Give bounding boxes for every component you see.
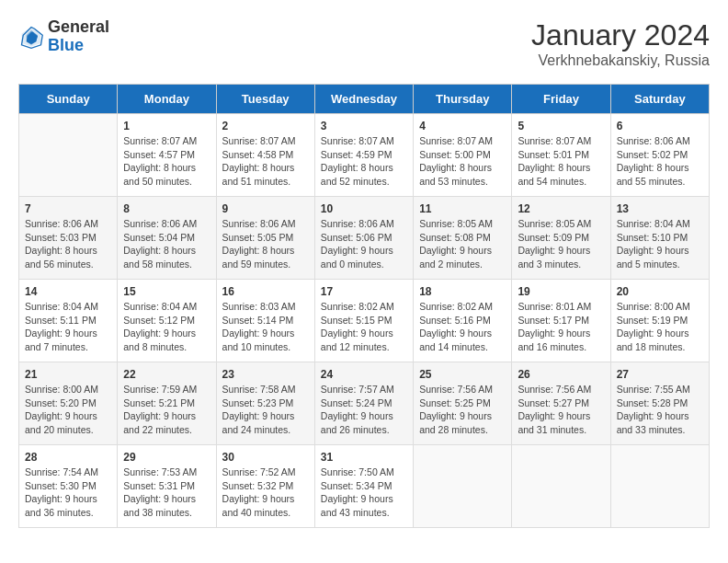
day-number: 8: [123, 202, 210, 215]
day-number: 6: [617, 120, 703, 132]
calendar-cell: 31Sunrise: 7:50 AMSunset: 5:34 PMDayligh…: [314, 445, 413, 528]
day-info: Sunrise: 8:00 AMSunset: 5:20 PMDaylight:…: [25, 383, 111, 437]
calendar-cell: 12Sunrise: 8:05 AMSunset: 5:09 PMDayligh…: [512, 197, 610, 280]
calendar-cell: 30Sunrise: 7:52 AMSunset: 5:32 PMDayligh…: [216, 445, 314, 528]
title-area: January 2024 Verkhnebakanskiy, Russia: [531, 18, 710, 69]
day-info: Sunrise: 8:02 AMSunset: 5:15 PMDaylight:…: [321, 300, 407, 354]
day-number: 11: [419, 202, 506, 215]
day-number: 7: [25, 202, 111, 215]
day-number: 10: [321, 202, 407, 215]
day-number: 12: [518, 202, 604, 215]
calendar-week-row: 28Sunrise: 7:54 AMSunset: 5:30 PMDayligh…: [19, 445, 710, 528]
day-header-monday: Monday: [118, 85, 216, 114]
calendar-cell: 20Sunrise: 8:00 AMSunset: 5:19 PMDayligh…: [610, 280, 709, 362]
day-number: 28: [25, 451, 111, 464]
calendar-cell: 18Sunrise: 8:02 AMSunset: 5:16 PMDayligh…: [414, 280, 512, 362]
day-number: 13: [617, 202, 703, 215]
day-number: 14: [25, 285, 111, 298]
logo-general-text: General: [48, 17, 109, 36]
calendar-cell: 19Sunrise: 8:01 AMSunset: 5:17 PMDayligh…: [512, 280, 610, 362]
day-info: Sunrise: 8:06 AMSunset: 5:05 PMDaylight:…: [222, 217, 309, 271]
day-info: Sunrise: 7:58 AMSunset: 5:23 PMDaylight:…: [222, 383, 309, 437]
day-number: 21: [25, 368, 111, 381]
calendar-cell: 4Sunrise: 8:07 AMSunset: 5:00 PMDaylight…: [414, 114, 512, 197]
day-info: Sunrise: 8:00 AMSunset: 5:19 PMDaylight:…: [617, 300, 703, 354]
calendar-cell: 13Sunrise: 8:04 AMSunset: 5:10 PMDayligh…: [610, 197, 709, 280]
calendar-week-row: 14Sunrise: 8:04 AMSunset: 5:11 PMDayligh…: [19, 280, 710, 362]
day-info: Sunrise: 8:06 AMSunset: 5:04 PMDaylight:…: [123, 217, 210, 271]
calendar-cell: [610, 445, 709, 528]
calendar-cell: 3Sunrise: 8:07 AMSunset: 4:59 PMDaylight…: [314, 114, 413, 197]
day-number: 19: [518, 285, 604, 298]
day-info: Sunrise: 8:07 AMSunset: 5:00 PMDaylight:…: [419, 134, 506, 189]
calendar-cell: 16Sunrise: 8:03 AMSunset: 5:14 PMDayligh…: [216, 280, 314, 362]
calendar-week-row: 1Sunrise: 8:07 AMSunset: 4:57 PMDaylight…: [19, 114, 710, 197]
day-number: 29: [123, 451, 210, 464]
logo-icon: [18, 24, 44, 50]
calendar-cell: 14Sunrise: 8:04 AMSunset: 5:11 PMDayligh…: [19, 280, 118, 362]
calendar-table: SundayMondayTuesdayWednesdayThursdayFrid…: [18, 84, 710, 528]
day-info: Sunrise: 8:07 AMSunset: 4:58 PMDaylight:…: [222, 134, 309, 189]
day-info: Sunrise: 8:06 AMSunset: 5:02 PMDaylight:…: [617, 134, 703, 189]
day-header-saturday: Saturday: [610, 85, 709, 114]
calendar-week-row: 7Sunrise: 8:06 AMSunset: 5:03 PMDaylight…: [19, 197, 710, 280]
calendar-cell: 8Sunrise: 8:06 AMSunset: 5:04 PMDaylight…: [118, 197, 216, 280]
day-info: Sunrise: 8:07 AMSunset: 5:01 PMDaylight:…: [518, 134, 604, 189]
day-info: Sunrise: 7:52 AMSunset: 5:32 PMDaylight:…: [222, 465, 309, 520]
day-info: Sunrise: 7:56 AMSunset: 5:25 PMDaylight:…: [419, 383, 506, 437]
calendar-cell: 29Sunrise: 7:53 AMSunset: 5:31 PMDayligh…: [118, 445, 216, 528]
day-header-friday: Friday: [512, 85, 610, 114]
day-number: 15: [123, 285, 210, 298]
day-info: Sunrise: 8:05 AMSunset: 5:09 PMDaylight:…: [518, 217, 604, 271]
day-info: Sunrise: 8:07 AMSunset: 4:59 PMDaylight:…: [321, 134, 407, 189]
calendar-cell: 25Sunrise: 7:56 AMSunset: 5:25 PMDayligh…: [414, 362, 512, 445]
day-number: 30: [222, 451, 309, 464]
day-number: 27: [617, 368, 703, 381]
day-info: Sunrise: 8:06 AMSunset: 5:06 PMDaylight:…: [321, 217, 407, 271]
calendar-cell: 23Sunrise: 7:58 AMSunset: 5:23 PMDayligh…: [216, 362, 314, 445]
calendar-cell: [414, 445, 512, 528]
day-number: 1: [123, 120, 210, 132]
day-number: 24: [321, 368, 407, 381]
logo-blue-text: Blue: [48, 36, 84, 54]
calendar-cell: 6Sunrise: 8:06 AMSunset: 5:02 PMDaylight…: [610, 114, 709, 197]
calendar-cell: [512, 445, 610, 528]
day-number: 5: [518, 120, 604, 132]
day-info: Sunrise: 7:55 AMSunset: 5:28 PMDaylight:…: [617, 383, 703, 437]
calendar-cell: 22Sunrise: 7:59 AMSunset: 5:21 PMDayligh…: [118, 362, 216, 445]
calendar-cell: 5Sunrise: 8:07 AMSunset: 5:01 PMDaylight…: [512, 114, 610, 197]
calendar-week-row: 21Sunrise: 8:00 AMSunset: 5:20 PMDayligh…: [19, 362, 710, 445]
calendar-cell: 9Sunrise: 8:06 AMSunset: 5:05 PMDaylight…: [216, 197, 314, 280]
month-year-title: January 2024: [531, 18, 710, 52]
logo-text: General Blue: [48, 18, 109, 55]
calendar-cell: 21Sunrise: 8:00 AMSunset: 5:20 PMDayligh…: [19, 362, 118, 445]
calendar-cell: 7Sunrise: 8:06 AMSunset: 5:03 PMDaylight…: [19, 197, 118, 280]
day-number: 17: [321, 285, 407, 298]
day-info: Sunrise: 8:03 AMSunset: 5:14 PMDaylight:…: [222, 300, 309, 354]
day-info: Sunrise: 7:56 AMSunset: 5:27 PMDaylight:…: [518, 383, 604, 437]
calendar-cell: 26Sunrise: 7:56 AMSunset: 5:27 PMDayligh…: [512, 362, 610, 445]
day-number: 25: [419, 368, 506, 381]
calendar-cell: 24Sunrise: 7:57 AMSunset: 5:24 PMDayligh…: [314, 362, 413, 445]
day-header-tuesday: Tuesday: [216, 85, 314, 114]
calendar-cell: 11Sunrise: 8:05 AMSunset: 5:08 PMDayligh…: [414, 197, 512, 280]
calendar-cell: 27Sunrise: 7:55 AMSunset: 5:28 PMDayligh…: [610, 362, 709, 445]
day-number: 26: [518, 368, 604, 381]
day-info: Sunrise: 7:59 AMSunset: 5:21 PMDaylight:…: [123, 383, 210, 437]
day-info: Sunrise: 7:57 AMSunset: 5:24 PMDaylight:…: [321, 383, 407, 437]
day-info: Sunrise: 8:06 AMSunset: 5:03 PMDaylight:…: [25, 217, 111, 271]
calendar-cell: 10Sunrise: 8:06 AMSunset: 5:06 PMDayligh…: [314, 197, 413, 280]
calendar-cell: [19, 114, 118, 197]
day-info: Sunrise: 8:04 AMSunset: 5:12 PMDaylight:…: [123, 300, 210, 354]
day-number: 18: [419, 285, 506, 298]
day-info: Sunrise: 8:01 AMSunset: 5:17 PMDaylight:…: [518, 300, 604, 354]
day-info: Sunrise: 8:04 AMSunset: 5:10 PMDaylight:…: [617, 217, 703, 271]
day-header-thursday: Thursday: [414, 85, 512, 114]
day-header-sunday: Sunday: [19, 85, 118, 114]
day-info: Sunrise: 7:54 AMSunset: 5:30 PMDaylight:…: [25, 465, 111, 520]
day-number: 16: [222, 285, 309, 298]
day-info: Sunrise: 8:05 AMSunset: 5:08 PMDaylight:…: [419, 217, 506, 271]
day-number: 31: [321, 451, 407, 464]
calendar-cell: 17Sunrise: 8:02 AMSunset: 5:15 PMDayligh…: [314, 280, 413, 362]
day-header-row: SundayMondayTuesdayWednesdayThursdayFrid…: [19, 85, 710, 114]
